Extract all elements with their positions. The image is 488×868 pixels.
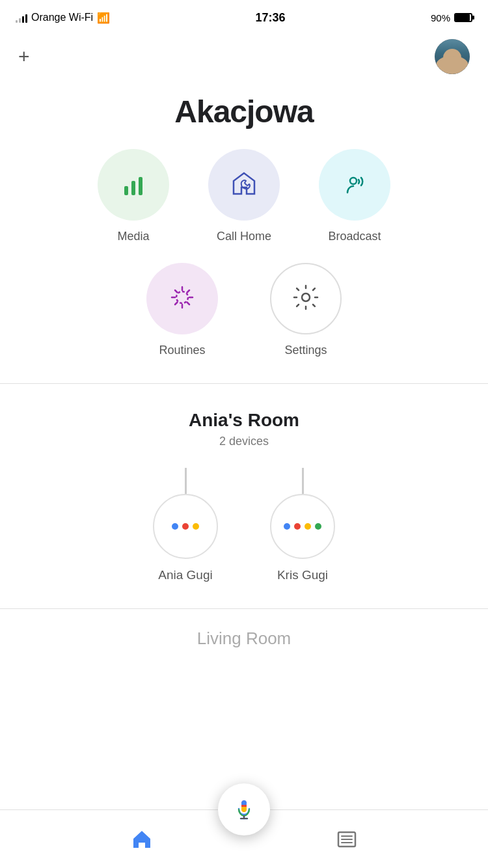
next-room-hint: Living Room <box>0 622 488 655</box>
broadcast-label: Broadcast <box>328 230 381 243</box>
action-media[interactable]: Media <box>98 149 169 243</box>
dot-red-2 <box>294 523 301 530</box>
actions-row-2: Routines Settings <box>20 263 468 357</box>
device-ania-gugi[interactable]: Ania Gugi <box>153 468 218 582</box>
settings-label: Settings <box>284 344 327 357</box>
dot-yellow <box>193 523 199 530</box>
home-nav-icon <box>129 827 154 852</box>
dot-red <box>182 523 189 530</box>
dot-yellow-2 <box>305 523 311 530</box>
svg-line-9 <box>175 290 178 293</box>
media-icon <box>118 168 149 202</box>
dot-blue <box>172 523 178 530</box>
device-circle-wrap <box>153 468 218 559</box>
devices-row: Ania Gugi Kris Gugi <box>26 468 462 582</box>
home-name: Akacjowa <box>0 94 488 129</box>
room-name: Ania's Room <box>26 410 462 431</box>
home-nav-button[interactable] <box>129 827 154 852</box>
room-section: Ania's Room 2 devices Ania Gugi <box>0 397 488 595</box>
broadcast-icon <box>339 168 370 202</box>
divider-2 <box>0 608 488 609</box>
wifi-icon: 📶 <box>97 12 110 24</box>
svg-rect-0 <box>124 186 128 195</box>
status-bar: Orange Wi-Fi 📶 17:36 90% <box>0 0 488 33</box>
home-title-section: Akacjowa <box>0 81 488 149</box>
device-circle <box>153 494 218 559</box>
status-left: Orange Wi-Fi 📶 <box>16 12 110 24</box>
battery-icon <box>454 13 472 22</box>
svg-line-10 <box>187 303 190 305</box>
svg-line-12 <box>175 303 178 305</box>
action-call-home[interactable]: Call Home <box>208 149 280 243</box>
svg-point-4 <box>176 292 188 303</box>
status-right: 90% <box>431 12 472 23</box>
routines-circle <box>146 263 218 334</box>
clock: 17:36 <box>256 11 286 25</box>
top-nav: + <box>0 33 488 81</box>
action-settings[interactable]: Settings <box>270 263 342 357</box>
settings-icon <box>290 282 321 316</box>
action-routines[interactable]: Routines <box>146 263 218 357</box>
call-home-circle <box>208 149 280 221</box>
room-device-count: 2 devices <box>26 435 462 448</box>
avatar[interactable] <box>435 39 470 74</box>
carrier-label: Orange Wi-Fi <box>31 12 93 23</box>
settings-circle <box>270 263 342 334</box>
svg-rect-2 <box>139 177 142 195</box>
add-button[interactable]: + <box>18 47 30 66</box>
media-circle <box>98 149 169 221</box>
dot-green-2 <box>315 523 321 530</box>
svg-point-3 <box>350 178 357 184</box>
mic-button[interactable] <box>218 783 270 835</box>
routines-icon <box>167 282 198 316</box>
quick-actions: Media Call Home <box>0 149 488 370</box>
svg-rect-1 <box>131 181 135 195</box>
actions-row-1: Media Call Home <box>20 149 468 243</box>
device-name-ania: Ania Gugi <box>158 568 212 582</box>
device-wire <box>185 468 187 494</box>
list-nav-icon <box>334 827 359 852</box>
svg-point-13 <box>302 293 310 301</box>
list-nav-button[interactable] <box>334 827 359 852</box>
call-home-label: Call Home <box>217 230 271 243</box>
routines-label: Routines <box>159 344 205 357</box>
divider-1 <box>0 383 488 384</box>
svg-line-11 <box>187 290 190 293</box>
dot-blue-2 <box>284 523 290 530</box>
device-circle-wrap-2 <box>270 468 335 559</box>
media-label: Media <box>117 230 149 243</box>
device-wire-2 <box>302 468 304 494</box>
battery-percent: 90% <box>431 12 450 23</box>
call-home-icon <box>228 168 260 202</box>
device-kris-gugi[interactable]: Kris Gugi <box>270 468 335 582</box>
device-circle-2 <box>270 494 335 559</box>
action-broadcast[interactable]: Broadcast <box>319 149 390 243</box>
device-name-kris: Kris Gugi <box>277 568 328 582</box>
signal-icon <box>16 12 27 23</box>
broadcast-circle <box>319 149 390 221</box>
